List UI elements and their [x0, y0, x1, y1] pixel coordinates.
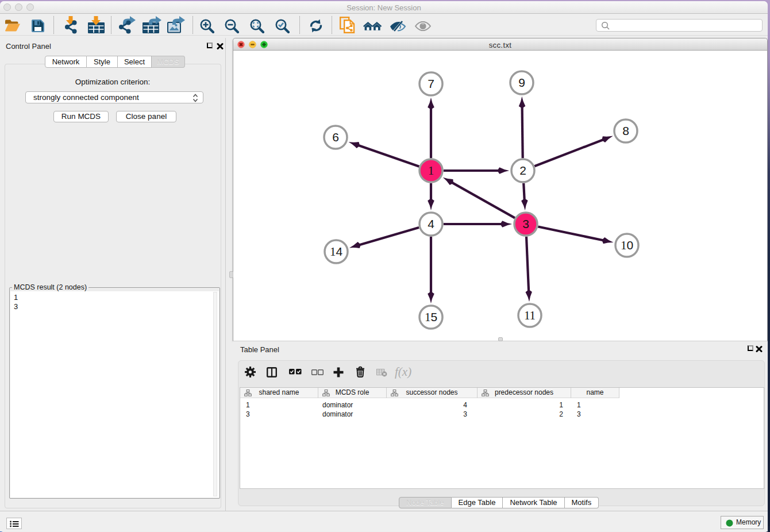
svg-text:6: 6	[332, 130, 339, 144]
svg-text:8: 8	[622, 124, 629, 137]
svg-text:10: 10	[621, 238, 633, 252]
svg-text:9: 9	[518, 76, 525, 89]
svg-text:3: 3	[522, 217, 529, 230]
svg-text:4: 4	[428, 217, 434, 230]
svg-text:7: 7	[428, 77, 434, 90]
svg-text:1: 1	[428, 164, 434, 178]
svg-text:14: 14	[330, 245, 343, 259]
svg-text:2: 2	[519, 164, 526, 177]
svg-text:15: 15	[425, 310, 437, 324]
svg-text:11: 11	[524, 309, 536, 322]
